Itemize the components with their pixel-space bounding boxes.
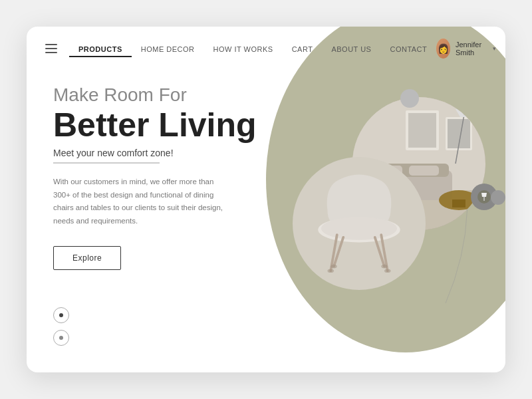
dot-inner-2 (59, 336, 63, 340)
svg-rect-9 (408, 113, 436, 148)
chair-image-circle (293, 157, 426, 290)
svg-point-15 (321, 217, 397, 240)
svg-rect-5 (409, 166, 439, 176)
hero-divider (53, 162, 160, 164)
svg-point-20 (328, 269, 334, 273)
deco-circle-top (400, 89, 419, 108)
navbar: PRODUCTS HOME DECOR HOW IT WORKS CART AB… (27, 27, 505, 70)
main-content: Make Room For Better Living Meet your ne… (27, 70, 505, 270)
svg-marker-25 (481, 193, 487, 197)
nav-item-products[interactable]: PRODUCTS (69, 43, 132, 55)
explore-button[interactable]: Explore (53, 246, 121, 270)
svg-point-23 (381, 265, 388, 269)
chevron-down-icon: ▾ (493, 45, 496, 52)
dot-inner-1 (59, 313, 63, 317)
hamburger-menu[interactable] (45, 44, 57, 53)
svg-point-22 (331, 265, 337, 269)
main-card: PRODUCTS HOME DECOR HOW IT WORKS CART AB… (27, 27, 505, 372)
nav-item-contact[interactable]: CONTACT (380, 43, 436, 55)
svg-rect-7 (452, 200, 466, 207)
svg-point-21 (384, 269, 391, 273)
pagination-dot-2[interactable] (53, 330, 69, 346)
nav-links: PRODUCTS HOME DECOR HOW IT WORKS CART AB… (69, 43, 436, 55)
nav-item-cart[interactable]: CART (283, 43, 323, 55)
nav-item-home-decor[interactable]: HOME DECOR (132, 43, 204, 55)
pagination (53, 307, 69, 346)
nav-item-about-us[interactable]: ABOUT US (322, 43, 380, 55)
nav-item-how-it-works[interactable]: HOW IT WORKS (204, 43, 283, 55)
pagination-dot-1[interactable] (53, 307, 69, 323)
avatar: 👩 (436, 39, 450, 59)
chair-svg (299, 160, 419, 287)
hero-visual (279, 70, 505, 270)
username-label: Jennifer Smith (456, 41, 487, 57)
deco-circle-right (491, 190, 505, 205)
user-profile[interactable]: 👩 Jennifer Smith ▾ (436, 39, 496, 59)
hero-description: With our customers in mind, we offer mor… (53, 176, 226, 227)
avatar-image: 👩 (436, 39, 450, 59)
